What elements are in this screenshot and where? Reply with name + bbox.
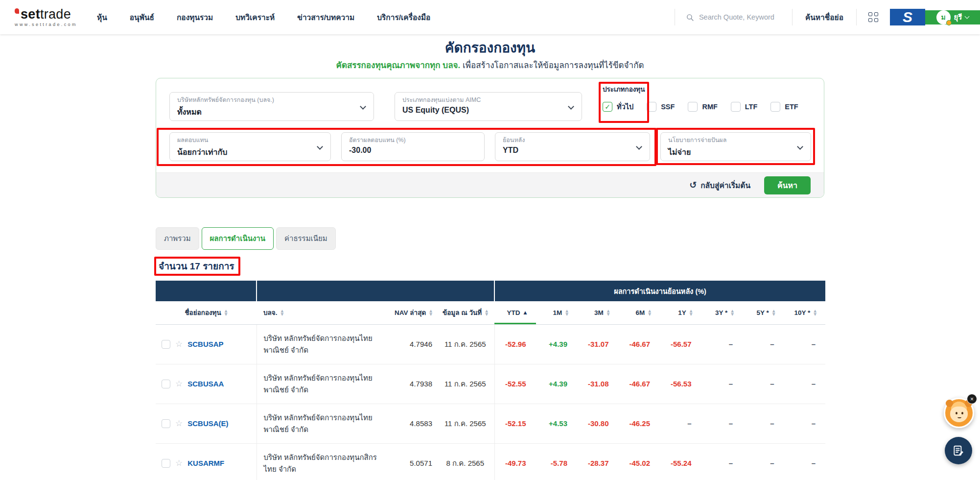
amc-name: บริษัท หลักทรัพย์จัดการกองทุนไทยพาณิชย์ … xyxy=(257,324,394,364)
favorite-star-icon[interactable]: ☆ xyxy=(175,419,183,428)
favorite-star-icon[interactable]: ☆ xyxy=(175,380,183,388)
perf-3y: – xyxy=(701,324,743,364)
filter-period-dropdown[interactable]: ย้อนหลัง YTD xyxy=(495,132,650,161)
checkbox-icon[interactable]: ✓ xyxy=(688,102,698,112)
perf-3y: – xyxy=(701,364,743,404)
perf-5y: – xyxy=(743,324,784,364)
perf-ytd: -52.15 xyxy=(494,404,536,443)
reset-icon: ↺ xyxy=(689,181,697,190)
tab-fees[interactable]: ค่าธรรมเนียม xyxy=(276,227,336,250)
perf-3y: – xyxy=(701,404,743,443)
fund-type-option-ltf[interactable]: ✓ LTF xyxy=(731,102,758,112)
chevron-down-icon xyxy=(317,144,323,150)
col-header-date[interactable]: ข้อมูล ณ วันที่▲▼ xyxy=(436,301,494,324)
logo-tagline: www.settrade.com xyxy=(15,22,77,27)
row-checkbox[interactable] xyxy=(162,459,170,468)
col-header-nav[interactable]: NAV ล่าสุด▲▼ xyxy=(394,301,436,324)
fund-type-option-general[interactable]: ✓ ทั่วไป xyxy=(603,101,633,112)
search-input[interactable] xyxy=(699,13,781,21)
filter-return-rate-field[interactable]: อัตราผลตอบแทน (%) xyxy=(341,132,485,161)
fund-type-option-rmf[interactable]: ✓ RMF xyxy=(688,102,717,112)
sort-icon: ▲▼ xyxy=(607,309,610,316)
fund-type-option-etf[interactable]: ✓ ETF xyxy=(770,102,798,112)
menu-item-news[interactable]: ข่าวสาร/บทความ xyxy=(297,11,354,24)
filter-row-2: ผลตอบแทน น้อยกว่าเท่ากับ อัตราผลตอบแทน (… xyxy=(169,132,811,161)
return-rate-input[interactable] xyxy=(349,146,477,155)
col-header-symbol[interactable]: ชื่อย่อกองทุน▲▼ xyxy=(156,301,257,324)
menu-item-derivatives[interactable]: อนุพันธ์ xyxy=(130,11,154,24)
perf-5y: – xyxy=(743,364,784,404)
fund-results-table: ผลการดำเนินงานย้อนหลัง (%) ชื่อย่อกองทุน… xyxy=(156,281,825,480)
field-label: ผลตอบแทน xyxy=(177,137,313,144)
reset-filters-button[interactable]: ↺ กลับสู่ค่าเริ่มต้น xyxy=(689,179,750,192)
filter-amc-dropdown[interactable]: บริษัทหลักทรัพย์จัดการกองทุน (บลจ.) ทั้ง… xyxy=(169,92,374,121)
table-row: ☆SCBUSAA บริษัท หลักทรัพย์จัดการกองทุนไท… xyxy=(156,364,825,404)
field-label: นโยบายการจ่ายปันผล xyxy=(668,137,793,144)
fund-type-options: ✓ ทั่วไป ✓ SSF ✓ RMF xyxy=(603,101,798,112)
col-header-6m[interactable]: 6M▲▼ xyxy=(619,301,660,324)
row-checkbox[interactable] xyxy=(162,340,170,349)
field-label: อัตราผลตอบแทน (%) xyxy=(349,137,477,144)
chevron-down-icon xyxy=(360,103,366,110)
sort-icon: ▲▼ xyxy=(485,309,488,316)
fund-symbol-link[interactable]: KUSARMF xyxy=(187,459,224,467)
filter-dividend-policy-dropdown[interactable]: นโยบายการจ่ายปันผล ไม่จ่าย xyxy=(660,132,811,161)
fund-symbol-link[interactable]: SCBUSAP xyxy=(187,340,223,348)
perf-3m: -30.80 xyxy=(577,404,619,443)
table-row: ☆KUSARMF บริษัท หลักทรัพย์จัดการกองทุนกส… xyxy=(156,443,825,480)
tab-overview[interactable]: ภาพรวม xyxy=(156,227,199,250)
settrade-logo[interactable]: settrade www.settrade.com xyxy=(0,0,92,34)
favorite-star-icon[interactable]: ☆ xyxy=(175,459,183,467)
fund-symbol-link[interactable]: SCBUSAA xyxy=(187,380,224,388)
sort-icon: ▲▼ xyxy=(429,309,432,316)
perf-ytd: -49.73 xyxy=(494,443,536,480)
col-header-amc[interactable]: บลจ.▲▼ xyxy=(257,301,394,324)
close-mascot-button[interactable]: × xyxy=(967,394,977,404)
col-header-5y[interactable]: 5Y *▲▼ xyxy=(743,301,784,324)
apps-grid-button[interactable] xyxy=(857,12,890,22)
perf-1m: +4.39 xyxy=(536,324,578,364)
row-checkbox[interactable] xyxy=(162,419,170,428)
filter-search-button[interactable]: ค้นหา xyxy=(764,176,811,194)
col-header-1y[interactable]: 1Y▲▼ xyxy=(660,301,701,324)
tab-performance[interactable]: ผลการดำเนินงาน xyxy=(202,227,274,250)
col-header-3m[interactable]: 3M▲▼ xyxy=(577,301,619,324)
chevron-down-icon xyxy=(568,103,574,110)
col-header-3y[interactable]: 3Y *▲▼ xyxy=(701,301,743,324)
checkbox-icon[interactable]: ✓ xyxy=(731,102,741,112)
perf-10y: – xyxy=(784,404,826,443)
fund-symbol-link[interactable]: SCBUSA(E) xyxy=(187,419,228,428)
favorite-star-icon[interactable]: ☆ xyxy=(175,340,183,348)
menu-item-mutual-funds[interactable]: กองทุนรวม xyxy=(177,11,213,24)
perf-5y: – xyxy=(743,443,784,480)
result-tabs: ภาพรวม ผลการดำเนินงาน ค่าธรรมเนียม xyxy=(156,227,824,250)
fund-screener-page: settrade www.settrade.com หุ้น อนุพันธ์ … xyxy=(0,0,980,480)
symbol-lookup-link[interactable]: ค้นหาชื่อย่อ xyxy=(793,11,856,24)
nav-date: 11 ก.ค. 2565 xyxy=(436,404,494,443)
row-checkbox[interactable] xyxy=(162,380,170,388)
fund-type-option-ssf[interactable]: ✓ SSF xyxy=(647,102,675,112)
col-header-ytd[interactable]: YTD▲▼ xyxy=(494,301,536,324)
perf-1y: -56.53 xyxy=(660,364,701,404)
col-header-1m[interactable]: 1M▲▼ xyxy=(536,301,578,324)
feedback-button[interactable] xyxy=(945,437,972,464)
menu-item-services[interactable]: บริการ/เครื่องมือ xyxy=(377,11,430,24)
menu-item-stocks[interactable]: หุ้น xyxy=(97,11,107,24)
sort-icon: ▲▼ xyxy=(281,309,284,316)
checkbox-icon[interactable]: ✓ xyxy=(603,102,612,112)
search-icon xyxy=(686,13,694,22)
streaming-app-button[interactable]: S xyxy=(890,9,925,25)
checkbox-icon[interactable]: ✓ xyxy=(647,102,656,112)
menu-item-research[interactable]: บทวิเคราะห์ xyxy=(235,11,275,24)
quote-search xyxy=(675,13,792,22)
chevron-down-icon xyxy=(636,144,642,150)
checkbox-icon[interactable]: ✓ xyxy=(770,102,780,112)
filter-aimc-dropdown[interactable]: ประเภทกองทุนแบ่งตาม AIMC US Equity (EQUS… xyxy=(395,92,582,121)
perf-1y: -55.24 xyxy=(660,443,701,480)
col-header-10y[interactable]: 10Y *▲▼ xyxy=(784,301,826,324)
navbar-right: ค้นหาชื่อย่อ S ม ยุรี xyxy=(675,0,980,34)
page-subtitle: คัดสรรกองทุนคุณภาพจากทุก บลจ. เพื่อสร้าง… xyxy=(156,60,824,71)
filter-return-compare-dropdown[interactable]: ผลตอบแทน น้อยกว่าเท่ากับ xyxy=(169,132,331,161)
user-account-button[interactable]: ม ยุรี xyxy=(925,10,980,24)
filter-footer: ↺ กลับสู่ค่าเริ่มต้น ค้นหา xyxy=(156,172,824,197)
